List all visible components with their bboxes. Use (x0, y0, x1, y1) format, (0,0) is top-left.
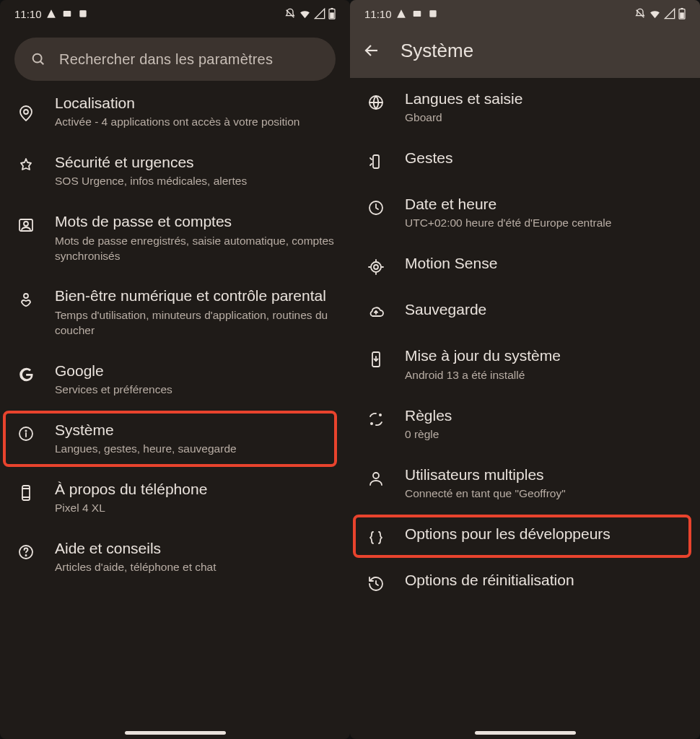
status-system-icons (634, 8, 686, 20)
settings-item-help[interactable]: Aide et conseilsArticles d'aide, télépho… (0, 528, 350, 587)
svg-point-14 (25, 430, 26, 431)
item-subtitle: Connecté en tant que "Geoffroy" (405, 486, 684, 502)
users-icon (366, 468, 386, 489)
dnd-icon (284, 8, 296, 19)
svg-rect-4 (331, 8, 333, 9)
svg-point-6 (33, 54, 42, 63)
settings-item-account-box[interactable]: Mots de passe et comptesMots de passe en… (0, 201, 350, 275)
signal-icon (314, 8, 325, 19)
battery-icon (678, 8, 686, 19)
item-subtitle: SOS Urgence, infos médicales, alertes (55, 174, 334, 189)
item-title: Système (55, 421, 334, 440)
cloud-backup-icon (366, 303, 386, 323)
settings-item-phone-info[interactable]: À propos du téléphonePixel 4 XL (0, 468, 350, 528)
motion-sense-icon (366, 257, 386, 277)
search-icon (30, 51, 46, 67)
phone-info-icon (16, 483, 36, 503)
status-system-icons (284, 8, 336, 20)
item-title: Aide et conseils (55, 539, 334, 558)
settings-item-rules[interactable]: Règles0 règle (350, 395, 700, 454)
settings-item-wellbeing[interactable]: Bien-être numérique et contrôle parental… (0, 275, 350, 349)
restore-icon (366, 574, 386, 594)
item-title: Sécurité et urgences (55, 153, 334, 172)
phone-system: 11:10 Système Langues et saisieGboardGes… (350, 0, 700, 739)
svg-rect-5 (330, 12, 334, 18)
item-title: Utilisateurs multiples (405, 465, 684, 484)
svg-point-34 (379, 414, 382, 416)
item-title: Date et heure (405, 195, 684, 214)
item-title: Mots de passe et comptes (55, 212, 334, 231)
settings-item-clock[interactable]: Date et heureUTC+02:00 heure d'été d'Eur… (350, 183, 700, 242)
clock-icon (366, 198, 386, 218)
settings-item-braces[interactable]: Options pour les développeurs (350, 513, 700, 559)
svg-rect-21 (429, 10, 436, 17)
home-indicator[interactable] (475, 731, 576, 735)
svg-point-36 (373, 473, 379, 478)
item-title: À propos du téléphone (55, 480, 334, 499)
settings-item-users[interactable]: Utilisateurs multiplesConnecté en tant q… (350, 454, 700, 513)
svg-point-8 (24, 110, 28, 114)
item-subtitle: Gboard (405, 110, 684, 126)
svg-point-11 (24, 294, 28, 298)
phone-settings: 11:10 Rechercher dans les paramètres Loc… (0, 0, 350, 739)
svg-rect-24 (681, 8, 683, 9)
settings-item-system-update[interactable]: Mise à jour du systèmeAndroid 13 a été i… (350, 335, 700, 394)
svg-rect-15 (22, 486, 30, 500)
signal-icon (664, 8, 675, 19)
settings-item-location[interactable]: LocalisationActivée - 4 applications ont… (0, 87, 350, 141)
item-title: Langues et saisie (405, 89, 684, 108)
svg-rect-1 (79, 10, 86, 17)
svg-point-31 (374, 265, 378, 269)
rules-icon (366, 409, 386, 429)
account-box-icon (16, 215, 36, 235)
page-title: Système (401, 40, 473, 62)
svg-rect-25 (680, 12, 684, 18)
settings-list: LocalisationActivée - 4 applications ont… (0, 87, 350, 604)
system-update-icon (366, 349, 386, 370)
svg-point-32 (371, 262, 381, 272)
item-subtitle: Temps d'utilisation, minuteurs d'applica… (55, 308, 334, 338)
settings-item-motion-sense[interactable]: Motion Sense (350, 242, 700, 289)
back-button[interactable] (362, 40, 382, 61)
svg-rect-0 (63, 11, 71, 17)
status-notification-icons (396, 9, 438, 19)
item-title: Mise à jour du système (405, 346, 684, 365)
svg-point-10 (24, 222, 28, 226)
item-subtitle: Pixel 4 XL (55, 501, 334, 516)
wifi-icon (299, 8, 311, 20)
dnd-icon (634, 8, 646, 19)
svg-rect-20 (413, 11, 421, 17)
system-list: Langues et saisieGboardGestesDate et heu… (350, 78, 700, 623)
globe-icon (366, 92, 386, 113)
settings-item-info[interactable]: SystèmeLangues, gestes, heure, sauvegard… (0, 409, 350, 468)
status-bar: 11:10 (0, 0, 350, 27)
item-subtitle: Mots de passe enregistrés, saisie automa… (55, 234, 334, 264)
wellbeing-icon (16, 289, 36, 310)
settings-item-globe[interactable]: Langues et saisieGboard (350, 78, 700, 137)
item-title: Sauvegarde (405, 300, 684, 319)
item-title: Google (55, 362, 334, 380)
svg-line-7 (40, 61, 43, 64)
item-title: Options pour les développeurs (405, 525, 684, 543)
settings-item-cloud-backup[interactable]: Sauvegarde (350, 289, 700, 335)
status-notification-icons (46, 9, 88, 19)
settings-item-restore[interactable]: Options de réinitialisation (350, 559, 700, 605)
system-header: 11:10 Système (350, 0, 700, 78)
home-indicator[interactable] (125, 731, 226, 735)
settings-item-google-g[interactable]: GoogleServices et préférences (0, 350, 350, 409)
status-time: 11:10 (14, 8, 42, 20)
settings-item-gesture-phone[interactable]: Gestes (350, 137, 700, 183)
search-pill[interactable]: Rechercher dans les paramètres (14, 38, 336, 81)
google-g-icon (16, 364, 36, 385)
help-icon (16, 542, 36, 562)
item-subtitle: Android 13 a été installé (405, 368, 684, 383)
braces-icon (366, 528, 386, 548)
arrow-left-icon (363, 42, 380, 59)
wifi-icon (649, 8, 661, 20)
svg-rect-29 (373, 155, 379, 168)
search-placeholder: Rechercher dans les paramètres (59, 51, 273, 68)
status-time: 11:10 (364, 8, 392, 20)
item-subtitle: Langues, gestes, heure, sauvegarde (55, 442, 334, 457)
settings-item-emergency[interactable]: Sécurité et urgencesSOS Urgence, infos m… (0, 141, 350, 201)
item-title: Gestes (405, 149, 684, 167)
